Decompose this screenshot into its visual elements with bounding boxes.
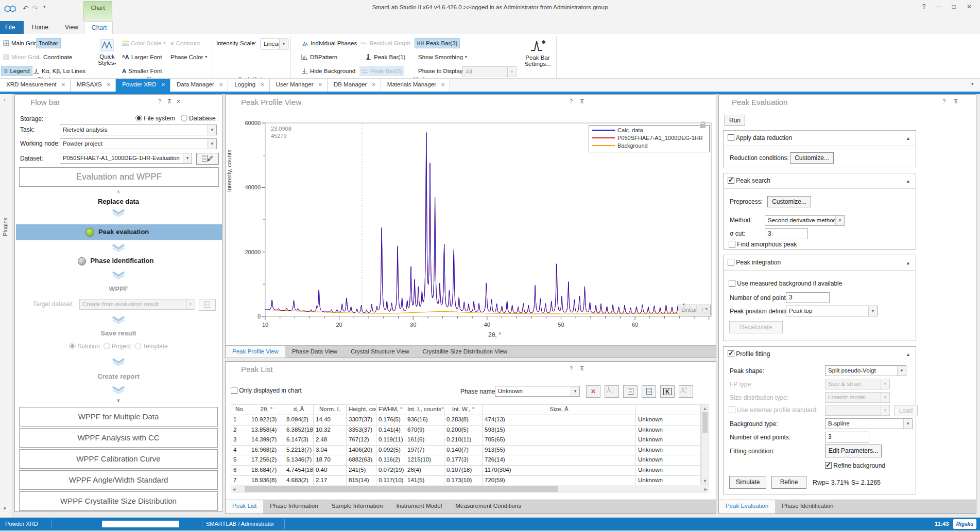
sigma-cut-input[interactable]: 3 xyxy=(765,228,808,239)
table-cell[interactable]: Unknown xyxy=(636,466,701,476)
vscroll-thumb[interactable] xyxy=(702,412,708,433)
scroll-left-icon[interactable]: ◄ xyxy=(232,487,236,492)
table-cell[interactable]: 5.1346(7) xyxy=(284,455,314,466)
smaller-font-button[interactable]: ASmaller Font xyxy=(120,66,164,76)
close-tab-icon[interactable]: ✕ xyxy=(61,82,65,87)
pin-icon[interactable]: ⊼ xyxy=(580,98,584,105)
table-cell[interactable]: 767(12) xyxy=(347,435,376,446)
table-cell[interactable]: 3 xyxy=(231,435,249,446)
pin-icon[interactable]: ⊼ xyxy=(954,98,958,105)
subtab-crystallite-size-distribution-view[interactable]: Crystallite Size Distribution View xyxy=(416,346,514,358)
table-cell[interactable]: 2 xyxy=(231,425,249,436)
table-cell[interactable]: 4.683(2) xyxy=(284,476,314,486)
show-smoothing-button[interactable]: Show Smoothing▾ xyxy=(416,52,469,62)
peak-bar-1-button[interactable]: Peak Bar(1) xyxy=(363,52,407,62)
table-cell[interactable]: 17.256(2) xyxy=(249,455,284,466)
save-radio-solution[interactable]: Solution xyxy=(69,343,100,350)
flow-step-replace-data[interactable]: Replace data xyxy=(15,198,222,205)
refine-background-checkbox[interactable]: Refine background xyxy=(825,462,885,469)
table-hscrollbar[interactable]: ◄ ► xyxy=(231,485,709,493)
table-cell[interactable]: 3353(37) xyxy=(347,425,376,436)
document-tab-mrsaxs[interactable]: MRSAXS✕ xyxy=(71,79,116,92)
table-cell[interactable]: 7 xyxy=(231,476,249,486)
subtab-phase-information[interactable]: Phase Information xyxy=(263,500,324,513)
flow-step-save-result[interactable]: Save result xyxy=(15,329,222,337)
subtab-phase-identification[interactable]: Phase Identification xyxy=(775,500,840,513)
table-cell[interactable]: 0.116(2) xyxy=(376,455,405,466)
close-tab-icon[interactable]: ✕ xyxy=(219,82,223,87)
collapse-icon[interactable]: ▲ xyxy=(906,260,910,265)
table-cell[interactable]: 726(14) xyxy=(483,455,636,466)
profile-fitting-checkbox[interactable]: Profile fitting xyxy=(728,350,770,358)
subtab-peak-profile-view[interactable]: Peak Profile View xyxy=(226,346,285,358)
expand-plugins-icon[interactable]: › xyxy=(4,96,6,102)
peak-bar-2-button[interactable]: Peak Bar(2) xyxy=(359,66,404,76)
table-cell[interactable]: 705(65) xyxy=(483,435,636,446)
collapse-up-icon[interactable]: ∧ xyxy=(15,189,222,194)
refine-button[interactable]: Refine xyxy=(771,476,806,489)
scroll-up-icon[interactable]: ▲ xyxy=(701,406,709,411)
help-icon[interactable]: ? xyxy=(158,98,161,104)
table-cell[interactable]: 8.094(2) xyxy=(284,415,314,425)
table-cell[interactable]: 18.684(7) xyxy=(249,466,284,476)
wppf-button-3[interactable]: WPPF Angle/Width Standard xyxy=(19,470,218,490)
column-header[interactable]: No. xyxy=(231,404,249,415)
table-cell[interactable]: Unknown xyxy=(636,455,701,466)
table-cell[interactable]: 720(59) xyxy=(483,476,636,486)
column-header[interactable]: Height, cou... xyxy=(347,404,376,415)
column-header[interactable]: Int. W., ° xyxy=(444,404,483,415)
tab-home[interactable]: Home xyxy=(25,21,56,34)
table-cell[interactable]: 815(14) xyxy=(347,476,376,486)
table-cell[interactable]: 16.968(2) xyxy=(249,446,284,456)
table-cell[interactable]: 6.147(3) xyxy=(284,435,314,446)
table-cell[interactable]: 18.70 xyxy=(314,455,347,466)
peak-integration-checkbox[interactable]: Peak integration xyxy=(728,259,781,266)
document-tab-db-manager[interactable]: DB Manager✕ xyxy=(328,79,381,92)
table-cell[interactable]: 4 xyxy=(231,446,249,456)
copy-list-button[interactable] xyxy=(623,385,638,398)
close-tab-icon[interactable]: ✕ xyxy=(161,82,165,87)
wppf-button-0[interactable]: WPPF for Multiple Data xyxy=(19,407,218,427)
task-select[interactable]: Rietveld analysis▾ xyxy=(60,125,217,135)
simulate-button[interactable]: Simulate xyxy=(729,476,766,489)
table-cell[interactable]: 913(55) xyxy=(483,446,636,456)
contours-button[interactable]: ≡Contours xyxy=(168,38,202,48)
close-button[interactable]: ✕ xyxy=(961,0,977,13)
paste-list-button[interactable] xyxy=(642,385,656,398)
table-cell[interactable]: 0.117(10) xyxy=(376,476,405,486)
external-standard-checkbox[interactable]: Use external profile standard: xyxy=(729,406,818,414)
section-header[interactable]: Apply data reduction ▲ xyxy=(724,131,916,146)
chart-legend[interactable]: Calc. dataP050SFHAE7-A1_1000DEG-1HRBackg… xyxy=(589,125,710,152)
table-cell[interactable]: 0.176(5) xyxy=(376,415,405,425)
edit-parameters-button[interactable]: Edit Parameters... xyxy=(825,445,882,457)
table-cell[interactable]: 6 xyxy=(231,466,249,476)
table-cell[interactable]: 13.858(4) xyxy=(249,425,284,436)
wppf-button-1[interactable]: WPPF Analysis with CC xyxy=(19,428,218,448)
larger-font-button[interactable]: ᴬALarger Font xyxy=(120,52,164,62)
table-cell[interactable]: 593(15) xyxy=(483,425,636,436)
help-icon[interactable]: ? xyxy=(942,98,945,104)
table-cell[interactable]: 0.107(18) xyxy=(444,466,483,476)
k-alpha-button[interactable]: K xyxy=(660,385,675,398)
end-points-input[interactable]: 3 xyxy=(786,292,830,303)
run-button[interactable]: Run xyxy=(725,115,745,126)
table-cell[interactable]: 14.40 xyxy=(314,415,347,425)
coordinate-button[interactable]: ⊥Coordinate xyxy=(34,52,74,62)
column-header[interactable]: FWHM, ° xyxy=(376,404,405,415)
main-grid-button[interactable]: Main Grid xyxy=(1,38,39,48)
dataset-select[interactable]: P050SFHAE7-A1_1000DEG-1HR-Evaluation▾ xyxy=(60,153,192,164)
tab-view[interactable]: View xyxy=(58,21,85,34)
column-header[interactable] xyxy=(636,404,701,415)
external-standard-select[interactable]: ▾ xyxy=(825,405,890,416)
help-button[interactable]: ? xyxy=(916,0,932,13)
section-header[interactable]: Peak integration ▲ xyxy=(724,255,916,271)
quick-styles-button[interactable]: QuickStyles▾ xyxy=(96,36,118,77)
column-header[interactable]: 2θ, ° xyxy=(249,404,284,415)
close-tab-icon[interactable]: ✕ xyxy=(260,82,264,87)
pin-icon[interactable]: ⊼ xyxy=(167,98,171,105)
subtab-crystal-structure-view[interactable]: Crystal Structure View xyxy=(344,346,416,358)
table-vscrollbar[interactable]: ▲ ▼ xyxy=(701,404,709,485)
tab-chart[interactable]: Chart xyxy=(84,21,113,34)
column-header[interactable]: Int. I., counts° xyxy=(405,404,444,415)
load-button[interactable]: Load xyxy=(894,405,918,416)
